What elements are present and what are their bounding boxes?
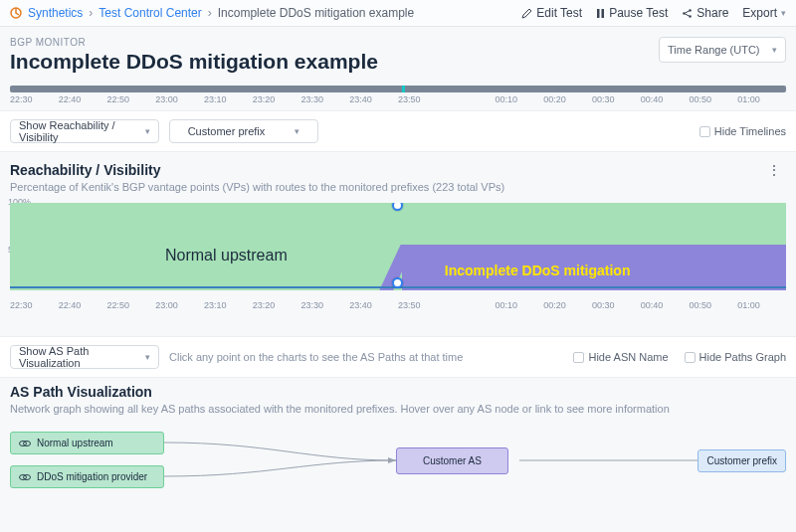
xaxis-tick: 00:30	[592, 94, 641, 104]
aspath-controls: Show AS Path Visualization ▾ Click any p…	[0, 336, 796, 378]
svg-point-6	[20, 441, 27, 445]
pause-icon	[596, 8, 605, 19]
export-label: Export	[742, 6, 777, 20]
svg-point-7	[24, 441, 31, 445]
checkbox-icon	[685, 352, 696, 363]
chevron-right-icon: ›	[208, 6, 212, 20]
section-menu-button[interactable]: ⋮	[763, 162, 786, 178]
checkbox-icon	[699, 126, 710, 137]
xaxis-tick: 00:40	[641, 94, 690, 104]
annotation-ddos: Incomplete DDoS mitigation	[445, 263, 631, 278]
xaxis-tick: 23:10	[204, 300, 253, 310]
aspath-graph[interactable]: Normal upstream DDoS mitigation provider…	[10, 423, 786, 496]
share-label: Share	[696, 6, 728, 20]
top-bar: Synthetics › Test Control Center › Incom…	[0, 0, 796, 27]
xaxis-tick	[447, 94, 496, 104]
timeline-xaxis: 22:3022:4022:5023:0023:1023:2023:3023:40…	[10, 94, 786, 104]
aspath-metric-select[interactable]: Show AS Path Visualization ▾	[10, 345, 159, 369]
xaxis-tick: 23:00	[155, 94, 204, 104]
svg-rect-2	[602, 9, 605, 18]
hide-asn-label: Hide ASN Name	[588, 351, 668, 363]
hide-paths-label: Hide Paths Graph	[699, 351, 786, 363]
xaxis-tick: 22:40	[59, 94, 107, 104]
reachability-subtitle: Percentage of Kentik's BGP vantage point…	[10, 181, 504, 193]
edit-test-button[interactable]: Edit Test	[521, 6, 582, 20]
xaxis-tick: 00:20	[543, 300, 592, 310]
hide-asn-checkbox[interactable]: Hide ASN Name	[573, 351, 668, 363]
metric-select-label: Show Reachability / Visibility	[19, 119, 145, 143]
xaxis-tick: 23:20	[253, 300, 301, 310]
chart-plot-area[interactable]: Normal upstream Incomplete DDoS mitigati…	[10, 203, 786, 290]
xaxis-tick: 23:30	[301, 300, 350, 310]
hide-paths-checkbox[interactable]: Hide Paths Graph	[685, 351, 786, 363]
xaxis-tick: 23:40	[349, 300, 398, 310]
xaxis-tick: 00:50	[690, 300, 738, 310]
node-label: DDoS mitigation provider	[37, 471, 147, 482]
hide-timelines-checkbox[interactable]: Hide Timelines	[699, 125, 786, 137]
time-range-select[interactable]: Time Range (UTC) ▾	[659, 37, 786, 63]
xaxis-tick: 00:10	[496, 300, 544, 310]
chevron-right-icon: ›	[89, 6, 93, 20]
checkbox-icon	[573, 352, 584, 363]
time-range-label: Time Range (UTC)	[668, 44, 760, 56]
export-button[interactable]: Export ▾	[742, 6, 786, 20]
scope-select[interactable]: Customer prefix ▾	[169, 119, 318, 143]
xaxis-tick: 22:50	[107, 300, 156, 310]
node-customer-prefix[interactable]: Customer prefix	[697, 449, 786, 472]
svg-point-9	[24, 474, 31, 479]
xaxis-tick: 00:30	[592, 300, 641, 310]
caret-down-icon: ▾	[295, 126, 299, 136]
share-button[interactable]: Share	[682, 6, 728, 20]
xaxis-tick: 22:40	[59, 300, 107, 310]
xaxis-tick: 23:10	[204, 94, 253, 104]
node-customer-as[interactable]: Customer AS	[396, 447, 508, 474]
breadcrumb-current: Incomplete DDoS mitigation example	[218, 6, 414, 20]
caret-down-icon: ▾	[772, 45, 777, 55]
chart-controls: Show Reachability / Visibility ▾ Custome…	[0, 110, 796, 152]
xaxis-tick: 22:30	[10, 94, 59, 104]
xaxis-tick: 23:50	[398, 94, 447, 104]
chart-handle-bottom[interactable]	[392, 277, 403, 288]
node-normal-upstream[interactable]: Normal upstream	[10, 432, 164, 454]
breadcrumb-synthetics[interactable]: Synthetics	[28, 6, 83, 20]
caret-down-icon: ▾	[781, 8, 786, 18]
reachability-chart[interactable]: 100% 50% Normal upstream Incomplete DDoS…	[10, 199, 786, 298]
timeline-bar[interactable]	[10, 86, 786, 92]
timeline-marker[interactable]	[402, 86, 405, 92]
xaxis-tick: 01:00	[737, 94, 786, 104]
home-icon[interactable]	[10, 7, 22, 19]
node-label: Normal upstream	[37, 438, 113, 448]
share-icon	[682, 8, 693, 19]
xaxis-tick: 22:50	[107, 94, 156, 104]
aspath-section: AS Path Visualization Network graph show…	[0, 378, 796, 415]
node-ddos-provider[interactable]: DDoS mitigation provider	[10, 465, 164, 488]
svg-rect-1	[597, 9, 600, 18]
page-header: BGP MONITOR Incomplete DDoS mitigation e…	[0, 27, 796, 78]
xaxis-tick	[447, 300, 496, 310]
caret-down-icon: ▾	[145, 126, 150, 136]
breadcrumb-test-control-center[interactable]: Test Control Center	[99, 6, 201, 20]
hide-timelines-label: Hide Timelines	[714, 125, 786, 137]
xaxis-tick: 01:00	[737, 300, 786, 310]
xaxis-tick: 22:30	[10, 300, 59, 310]
edit-test-label: Edit Test	[536, 6, 582, 20]
pause-test-button[interactable]: Pause Test	[596, 6, 668, 20]
node-label: Customer AS	[423, 455, 482, 466]
breadcrumb: Synthetics › Test Control Center › Incom…	[10, 6, 414, 20]
node-label: Customer prefix	[706, 455, 777, 466]
xaxis-tick: 00:20	[543, 94, 592, 104]
xaxis-tick: 23:40	[349, 94, 398, 104]
xaxis-tick: 00:50	[690, 94, 738, 104]
chart-xaxis: 22:3022:4022:5023:0023:1023:2023:3023:40…	[10, 300, 786, 310]
top-actions: Edit Test Pause Test Share Export ▾	[521, 6, 786, 20]
caret-down-icon: ▾	[145, 352, 150, 362]
cloud-pair-icon	[19, 472, 31, 482]
scope-select-label: Customer prefix	[188, 125, 266, 137]
xaxis-tick: 23:30	[301, 94, 350, 104]
reachability-title: Reachability / Visibility	[10, 162, 504, 178]
xaxis-tick: 00:10	[496, 94, 544, 104]
metric-select[interactable]: Show Reachability / Visibility ▾	[10, 119, 159, 143]
pencil-icon	[521, 8, 532, 19]
pause-test-label: Pause Test	[609, 6, 668, 20]
header-kicker: BGP MONITOR	[10, 37, 378, 48]
